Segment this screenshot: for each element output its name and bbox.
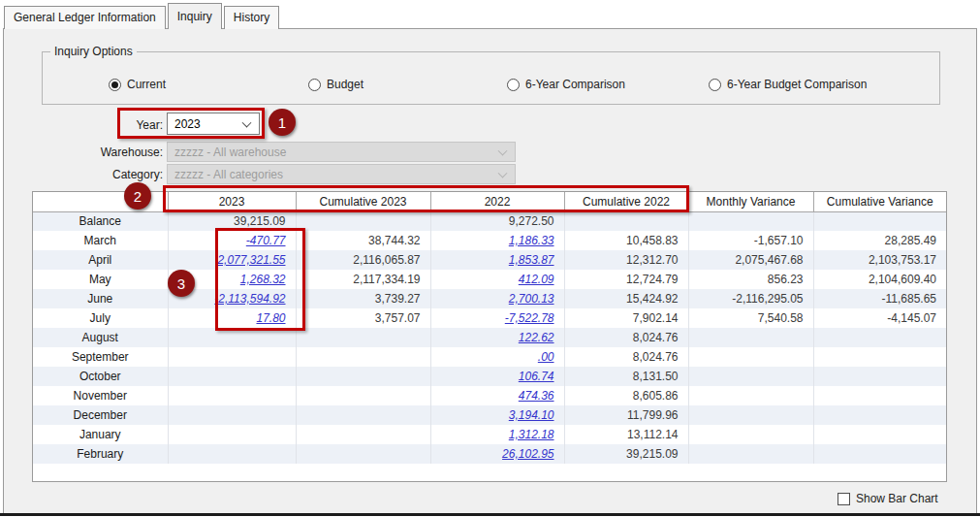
drilldown-link[interactable]: -7,522.78 bbox=[505, 311, 554, 325]
row-label: January bbox=[33, 425, 168, 444]
tab-inquiry[interactable]: Inquiry bbox=[168, 3, 222, 29]
drilldown-link[interactable]: -2,113,594.92 bbox=[214, 292, 285, 306]
cell: 3,739.27 bbox=[296, 289, 430, 308]
cell bbox=[813, 386, 946, 405]
table-row: January1,312.1813,112.14 bbox=[33, 425, 946, 444]
cell bbox=[688, 386, 813, 405]
warehouse-dropdown: zzzzz - All warehouse bbox=[167, 142, 516, 162]
chevron-down-icon bbox=[498, 168, 508, 178]
cell: 412.09 bbox=[430, 270, 564, 289]
tab-strip: General Ledger Information Inquiry Histo… bbox=[4, 3, 279, 29]
tab-history[interactable]: History bbox=[224, 6, 279, 29]
cell: 28,285.49 bbox=[813, 231, 946, 250]
category-value: zzzzz - All categories bbox=[174, 168, 283, 181]
cell: 8,024.76 bbox=[564, 347, 688, 367]
chevron-down-icon bbox=[242, 117, 252, 127]
radio-icon bbox=[507, 79, 520, 91]
cell: -2,116,295.05 bbox=[688, 289, 813, 308]
callout-2-badge: 2 bbox=[124, 182, 151, 210]
drilldown-link[interactable]: 412.09 bbox=[519, 273, 554, 286]
cell bbox=[168, 444, 296, 464]
table-row: April2,077,321.552,116,065.871,853.8712,… bbox=[33, 250, 946, 270]
drilldown-link[interactable]: 2,700.13 bbox=[509, 292, 554, 306]
row-label: Balance bbox=[33, 211, 168, 231]
cell bbox=[296, 425, 430, 444]
cell: 8,131.50 bbox=[564, 367, 688, 386]
column-header-cumulative-2023: Cumulative 2023 bbox=[296, 192, 430, 211]
drilldown-link[interactable]: 26,102.95 bbox=[502, 447, 553, 461]
cell bbox=[168, 425, 296, 444]
drilldown-link[interactable]: -470.77 bbox=[246, 234, 286, 247]
drilldown-link[interactable]: 474.36 bbox=[519, 389, 554, 403]
row-label: May bbox=[33, 270, 168, 289]
radio-label: Budget bbox=[327, 78, 364, 91]
cell: 9,272.50 bbox=[430, 211, 564, 231]
drilldown-link[interactable]: 122.62 bbox=[519, 331, 554, 344]
cell: 3,757.07 bbox=[296, 308, 430, 328]
cell bbox=[813, 425, 946, 444]
drilldown-link[interactable]: 106.74 bbox=[519, 370, 554, 383]
cell: 7,540.58 bbox=[688, 308, 813, 328]
row-label: August bbox=[33, 328, 168, 347]
cell: -11,685.65 bbox=[813, 289, 946, 308]
cell: -470.77 bbox=[168, 231, 296, 250]
year-label: Year: bbox=[87, 118, 163, 132]
cell: 8,605.86 bbox=[564, 386, 688, 405]
window-bottom-edge bbox=[0, 513, 980, 516]
table-row: February26,102.9539,215.09 bbox=[33, 444, 946, 464]
chevron-down-icon bbox=[498, 145, 508, 155]
table-row: July17.803,757.07-7,522.787,902.147,540.… bbox=[33, 308, 946, 328]
cell: 39,215.09 bbox=[168, 211, 296, 231]
cell bbox=[168, 347, 296, 367]
table-row: Balance39,215.099,272.50 bbox=[33, 211, 946, 231]
table-row: March-470.7738,744.321,186.3310,458.83-1… bbox=[33, 231, 946, 250]
app-window: General Ledger Information Inquiry Histo… bbox=[0, 0, 980, 517]
cell bbox=[813, 444, 946, 464]
checkbox-icon bbox=[838, 493, 850, 505]
cell: -7,522.78 bbox=[430, 308, 564, 328]
drilldown-link[interactable]: 1,312.18 bbox=[509, 428, 554, 441]
cell: 39,215.09 bbox=[564, 444, 688, 464]
drilldown-link[interactable]: .00 bbox=[538, 350, 554, 364]
year-dropdown[interactable]: 2023 bbox=[167, 113, 260, 135]
drilldown-link[interactable]: 1,268.32 bbox=[240, 273, 286, 286]
cell: 2,117,334.19 bbox=[296, 270, 430, 289]
callout-1-badge: 1 bbox=[269, 109, 296, 136]
drilldown-link[interactable]: 1,853.87 bbox=[509, 253, 554, 267]
radio-6-year-budget-comparison[interactable]: 6-Year Budget Comparison bbox=[709, 77, 867, 92]
cell bbox=[168, 405, 296, 425]
cell bbox=[296, 211, 430, 231]
cell: 1,853.87 bbox=[430, 250, 564, 270]
drilldown-link[interactable]: 1,186.33 bbox=[509, 234, 554, 247]
cell: 2,104,609.40 bbox=[813, 270, 946, 289]
row-label: July bbox=[33, 308, 168, 328]
cell bbox=[296, 386, 430, 405]
cell: 7,902.14 bbox=[564, 308, 688, 328]
cell bbox=[688, 328, 813, 347]
drilldown-link[interactable]: 2,077,321.55 bbox=[217, 253, 285, 267]
show-bar-chart-checkbox[interactable]: Show Bar Chart bbox=[838, 492, 938, 505]
radio-budget[interactable]: Budget bbox=[308, 77, 364, 92]
ledger-table: 2023 Cumulative 2023 2022 Cumulative 202… bbox=[33, 192, 946, 464]
radio-current[interactable]: Current bbox=[109, 77, 166, 92]
cell: 15,424.92 bbox=[564, 289, 688, 308]
row-label: October bbox=[33, 367, 168, 386]
drilldown-link[interactable]: 3,194.10 bbox=[509, 408, 554, 422]
cell bbox=[813, 347, 946, 367]
row-label: June bbox=[33, 289, 168, 308]
cell bbox=[688, 367, 813, 386]
cell: 13,112.14 bbox=[564, 425, 688, 444]
tab-general-ledger-information[interactable]: General Ledger Information bbox=[4, 6, 166, 29]
year-value: 2023 bbox=[174, 117, 201, 131]
column-header-monthly-variance: Monthly Variance bbox=[688, 192, 813, 211]
checkbox-label: Show Bar Chart bbox=[856, 492, 938, 505]
cell: 10,458.83 bbox=[564, 231, 688, 250]
row-label: September bbox=[33, 347, 168, 367]
cell bbox=[813, 211, 946, 231]
cell: 1,186.33 bbox=[430, 231, 564, 250]
cell: 106.74 bbox=[430, 367, 564, 386]
drilldown-link[interactable]: 17.80 bbox=[256, 311, 285, 325]
column-header-cumulative-2022: Cumulative 2022 bbox=[564, 192, 688, 211]
radio-6-year-comparison[interactable]: 6-Year Comparison bbox=[507, 77, 625, 92]
cell: 474.36 bbox=[430, 386, 564, 405]
